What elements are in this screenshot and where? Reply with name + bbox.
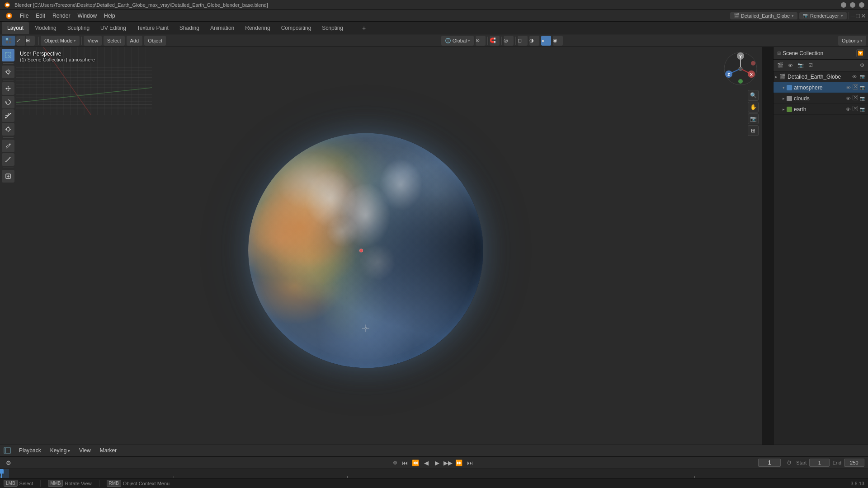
window-close-icon[interactable]: ✕ xyxy=(861,12,866,19)
search-icon-btn[interactable]: 🔍 xyxy=(748,90,759,101)
rp-scene-icon[interactable]: 🎬 xyxy=(775,61,785,70)
earth-exclude-btn[interactable]: ✕ xyxy=(853,106,858,111)
jump-end-btn[interactable]: ⏭ xyxy=(465,458,475,468)
pivot-btn[interactable]: ⊙ xyxy=(476,36,486,46)
tl-snap-btn[interactable]: ⚙ xyxy=(4,458,14,468)
atm-exclude-btn[interactable]: ✕ xyxy=(853,84,858,89)
earth-visibility-btn[interactable]: 👁 xyxy=(844,106,852,113)
tab-sculpting[interactable]: Sculpting xyxy=(62,22,95,34)
outliner-atmosphere[interactable]: ▾ atmosphere 👁 ✕ 📷 xyxy=(774,82,868,93)
atm-render-btn[interactable]: 📷 xyxy=(859,84,866,91)
scene-selector[interactable]: 🎬 Detailed_Earth_Globe ▾ xyxy=(730,12,797,19)
tab-shading[interactable]: Shading xyxy=(174,22,205,34)
menu-help[interactable]: Help xyxy=(100,12,119,20)
object-btn[interactable]: Object xyxy=(144,36,166,46)
menu-file[interactable]: File xyxy=(16,12,32,20)
tab-compositing[interactable]: Compositing xyxy=(276,22,317,34)
step-fwd-btn[interactable]: ▶▶ xyxy=(443,458,453,468)
maximize-btn[interactable] xyxy=(850,2,855,8)
tl-playback[interactable]: Playback xyxy=(16,446,44,455)
sep1 xyxy=(38,37,39,45)
grid-icon-btn[interactable]: ⊞ xyxy=(748,125,759,136)
measure-tool[interactable] xyxy=(2,153,14,166)
minimize-btn[interactable] xyxy=(841,2,846,8)
select-box-tool[interactable] xyxy=(2,49,14,61)
rp-view-icon[interactable]: 👁 xyxy=(786,61,795,70)
view-btn[interactable]: View xyxy=(84,36,102,46)
tl-right-controls: ⏱ Start End xyxy=(756,458,864,467)
end-frame-input[interactable] xyxy=(844,459,864,467)
navigation-gizmo[interactable]: Y X Z xyxy=(722,51,759,87)
clouds-render-btn[interactable]: 📷 xyxy=(859,95,866,102)
atm-visibility-btn[interactable]: 👁 xyxy=(844,84,852,91)
add-cube-tool[interactable] xyxy=(2,170,14,183)
add-btn[interactable]: Add xyxy=(127,36,143,46)
tl-keying[interactable]: Keying xyxy=(47,446,73,455)
camera-icon-btn[interactable]: 📷 xyxy=(748,113,759,124)
lmb-key: LMB xyxy=(4,480,18,487)
menu-blender[interactable] xyxy=(2,11,16,20)
rp-select-icon[interactable]: ☑ xyxy=(807,61,815,70)
proportional-btn[interactable]: ◎ xyxy=(504,36,514,46)
tl-marker[interactable]: Marker xyxy=(97,446,119,455)
svg-rect-21 xyxy=(5,117,6,118)
frame-status-dot xyxy=(393,461,397,465)
tab-scripting[interactable] xyxy=(349,22,359,34)
rp-filter-icon[interactable]: ⚙ xyxy=(858,61,866,70)
fps-icon[interactable]: ⏱ xyxy=(784,458,793,467)
outliner-clouds[interactable]: ▸ clouds 👁 ✕ 📷 xyxy=(774,93,868,104)
tab-uv-editing[interactable]: UV Editing xyxy=(95,22,132,34)
rp-filter-btn[interactable]: 🔽 xyxy=(856,49,864,57)
window-max-icon[interactable]: □ xyxy=(856,12,860,19)
select-btn[interactable]: Select xyxy=(104,36,125,46)
shading-mode4[interactable]: ◉ xyxy=(553,36,563,46)
close-btn[interactable] xyxy=(859,2,864,8)
next-keyframe-btn[interactable]: ⏩ xyxy=(454,458,464,468)
scene-render-btn[interactable]: 📷 xyxy=(859,73,866,80)
window-min-icon[interactable]: ─ xyxy=(851,12,855,19)
move-tool[interactable] xyxy=(2,82,14,95)
rotate-tool[interactable] xyxy=(2,96,14,108)
rp-render-icon[interactable]: 📷 xyxy=(796,61,806,70)
menu-window[interactable]: Window xyxy=(74,12,100,20)
start-frame-input[interactable] xyxy=(809,459,830,467)
shading-mode3[interactable]: ● xyxy=(541,36,551,46)
transform-tool[interactable] xyxy=(2,123,14,136)
cursor-tool[interactable] xyxy=(2,66,14,78)
tab-rendering[interactable]: Rendering xyxy=(240,22,275,34)
shading-mode2[interactable]: ◑ xyxy=(529,36,539,46)
global-transform-btn[interactable]: Global ▾ xyxy=(441,36,474,46)
outliner-scene[interactable]: ▸ 🎬 Detailed_Earth_Globe 👁 📷 xyxy=(774,71,868,82)
tab-geometry-nodes[interactable]: Scripting xyxy=(316,22,349,34)
outliner-earth[interactable]: ▸ earth 👁 ✕ 📷 xyxy=(774,104,868,115)
step-back-btn[interactable]: ◀ xyxy=(421,458,431,468)
scale-tool[interactable] xyxy=(2,109,14,122)
viewport-btn[interactable] xyxy=(2,36,15,46)
tab-texture-paint[interactable]: Texture Paint xyxy=(132,22,174,34)
tab-layout[interactable]: Layout xyxy=(2,22,29,34)
viewport-3d[interactable]: User Perspective (1) Scene Collection | … xyxy=(16,47,762,445)
prev-keyframe-btn[interactable]: ⏪ xyxy=(410,458,420,468)
menu-edit[interactable]: Edit xyxy=(32,12,49,20)
menu-render[interactable]: Render xyxy=(49,12,74,20)
earth-render-btn[interactable]: 📷 xyxy=(859,106,866,113)
jump-start-btn[interactable]: ⏮ xyxy=(400,458,410,468)
move-icon[interactable]: ⤢ xyxy=(16,36,25,46)
render-layer-selector[interactable]: 📷 RenderLayer ▾ xyxy=(799,12,847,19)
clouds-exclude-btn[interactable]: ✕ xyxy=(853,95,858,100)
shading-mode1[interactable]: ◻ xyxy=(518,36,528,46)
pan-icon-btn[interactable]: ✋ xyxy=(748,102,759,113)
scene-visibility-btn[interactable]: 👁 xyxy=(851,73,858,80)
tl-view[interactable]: View xyxy=(76,446,94,455)
play-btn[interactable]: ▶ xyxy=(432,458,442,468)
add-workspace-btn[interactable]: + xyxy=(359,23,368,33)
snap-btn[interactable]: 🧲 xyxy=(490,36,500,46)
tab-animation[interactable]: Animation xyxy=(205,22,240,34)
clouds-visibility-btn[interactable]: 👁 xyxy=(844,95,852,102)
annotate-tool[interactable] xyxy=(2,140,14,152)
object-mode-btn[interactable]: Object Mode ▾ xyxy=(41,36,80,46)
current-frame-input[interactable] xyxy=(758,459,781,467)
view3d-icon[interactable]: ⊞ xyxy=(26,36,35,46)
options-btn[interactable]: Options ▾ xyxy=(838,36,866,46)
tab-modeling[interactable]: Modeling xyxy=(29,22,62,34)
